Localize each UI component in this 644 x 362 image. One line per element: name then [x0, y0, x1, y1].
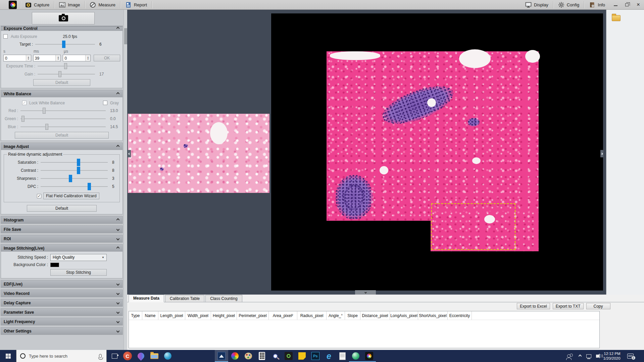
exposure-ok-button[interactable]: OK	[94, 55, 120, 61]
lock-white-balance-checkbox[interactable]: ✓	[22, 101, 27, 105]
measure-table[interactable]: Type Name Length_pixel Width_pixel Heigh…	[129, 311, 600, 348]
seconds-spinner[interactable]: 0 ▲▼	[3, 55, 31, 61]
scrollbar-thumb[interactable]	[124, 28, 127, 44]
gray-checkbox[interactable]	[103, 101, 107, 105]
edf-header[interactable]: EDF(Live)	[1, 280, 122, 288]
taskbar-item-notepad[interactable]	[336, 350, 349, 362]
task-view-button[interactable]	[110, 350, 119, 362]
spin-down-icon[interactable]: ▼	[28, 58, 30, 60]
live-preview-image[interactable]	[128, 114, 269, 193]
column-header[interactable]: Distance_pixel	[360, 311, 390, 320]
column-header[interactable]: Slope	[345, 311, 360, 320]
white-balance-default-button[interactable]: Default	[15, 132, 109, 139]
collapse-right-arrow[interactable]	[600, 150, 603, 157]
search-input[interactable]	[29, 354, 99, 359]
column-header[interactable]: Angle_°	[327, 311, 345, 320]
tray-show-hidden-button[interactable]	[576, 350, 584, 362]
collapse-left-arrow[interactable]	[128, 150, 131, 157]
export-to-txt-button[interactable]: Export to TXT	[553, 303, 584, 309]
microphone-icon[interactable]	[99, 354, 102, 358]
contrast-slider[interactable]	[41, 167, 108, 174]
taskbar-item-color-app[interactable]	[228, 350, 242, 362]
column-header[interactable]: Perimeter_pixel	[237, 311, 269, 320]
start-button[interactable]	[0, 350, 16, 362]
display-button[interactable]: Display	[521, 0, 553, 10]
close-button[interactable]: ×	[633, 0, 644, 10]
stitch-selection-rectangle[interactable]	[431, 203, 515, 250]
tab-calibration-table[interactable]: Calibration Table	[165, 295, 204, 302]
taskbar-item-photos[interactable]	[215, 350, 228, 362]
saturation-slider[interactable]	[41, 159, 108, 166]
image-button[interactable]: Image	[54, 0, 85, 10]
column-header[interactable]: Type	[129, 311, 142, 320]
flat-field-checkbox[interactable]: ✓	[37, 194, 41, 198]
taskbar-item-ccleaner[interactable]: C	[121, 350, 134, 362]
taskbar-item-capture-app[interactable]	[362, 350, 376, 362]
auto-exposure-checkbox[interactable]	[3, 34, 8, 39]
green-slider[interactable]	[20, 115, 106, 122]
taskbar-item-photoshop[interactable]: Ps	[309, 350, 322, 362]
roi-header[interactable]: ROI	[1, 235, 122, 242]
capture-button[interactable]: Capture	[20, 0, 54, 10]
folder-icon[interactable]	[612, 15, 621, 21]
milliseconds-spinner[interactable]: 39 ▲▼	[33, 55, 61, 61]
sidebar-scrollbar[interactable]	[123, 10, 127, 350]
taskbar-item-webex[interactable]	[161, 350, 175, 362]
tab-class-counting[interactable]: Class Counting	[205, 295, 242, 302]
file-save-header[interactable]: File Save	[1, 226, 122, 233]
taskbar-item-webex-meeting[interactable]	[349, 350, 362, 362]
minimize-button[interactable]	[610, 0, 621, 10]
snapshot-button[interactable]	[32, 12, 95, 24]
dpc-slider[interactable]	[41, 183, 108, 190]
tab-measure-data[interactable]: Measure Data	[129, 295, 164, 302]
taskbar-item-internet-explorer[interactable]: e	[322, 350, 336, 362]
exposure-control-header[interactable]: Exposure Control	[1, 26, 122, 31]
column-header[interactable]: Width_pixel	[185, 311, 211, 320]
image-stitching-header[interactable]: Image Stitching(Live)	[1, 245, 122, 252]
column-header[interactable]: LongAxis_pixel	[390, 311, 418, 320]
column-header[interactable]: Radius_pixel	[297, 311, 327, 320]
tray-clock[interactable]: 12:12 PM 1/20/2020	[601, 350, 622, 362]
taskbar-item-calculator[interactable]	[255, 350, 268, 362]
red-slider[interactable]	[20, 107, 106, 114]
blue-slider[interactable]	[20, 123, 106, 131]
report-button[interactable]: Report	[120, 0, 152, 10]
flat-field-wizard-button[interactable]: Flat Field Calibration Wizard	[43, 193, 99, 199]
taskbar-item-maps[interactable]	[134, 350, 148, 362]
delay-capture-header[interactable]: Delay Capture	[1, 299, 122, 306]
taskbar-item-paint[interactable]	[242, 350, 255, 362]
taskbar-item-camera-tool[interactable]	[282, 350, 295, 362]
sharpness-slider[interactable]	[41, 175, 108, 182]
action-center-button[interactable]: 1	[623, 350, 638, 362]
maximize-button[interactable]	[621, 0, 633, 10]
white-balance-header[interactable]: White Balance	[1, 90, 122, 97]
stop-stitching-button[interactable]: Stop Stitching	[50, 269, 107, 276]
taskbar-search[interactable]	[16, 350, 107, 362]
exposure-default-button[interactable]: Default	[33, 79, 90, 86]
info-button[interactable]: Info	[584, 0, 610, 10]
column-header[interactable]: Area_pixel²	[269, 311, 297, 320]
histogram-header[interactable]: Histogram	[1, 216, 122, 223]
background-color-swatch[interactable]	[50, 263, 59, 267]
stitching-speed-dropdown[interactable]: High Quality ▼	[50, 254, 107, 261]
column-header[interactable]: Height_pixel	[211, 311, 237, 320]
config-button[interactable]: Config	[553, 0, 584, 10]
copy-button[interactable]: Copy	[586, 303, 610, 309]
column-header[interactable]: Length_pixel	[158, 311, 185, 320]
taskbar-item-file-explorer[interactable]	[148, 350, 161, 362]
parameter-save-header[interactable]: Parameter Save	[1, 309, 122, 316]
tray-volume-button[interactable]	[593, 350, 601, 362]
image-adjust-default-button[interactable]: Default	[27, 205, 97, 212]
column-header[interactable]: ShortAxis_pixel	[418, 311, 448, 320]
microseconds-spinner[interactable]: 0 ▲▼	[63, 55, 91, 61]
gain-slider[interactable]	[38, 70, 95, 78]
light-frequency-header[interactable]: Light Frequency	[1, 318, 122, 325]
exposure-time-slider[interactable]	[38, 62, 95, 70]
tray-people-button[interactable]	[563, 350, 575, 362]
stitching-canvas[interactable]	[271, 13, 603, 291]
stitched-image[interactable]	[327, 51, 539, 251]
spin-down-icon[interactable]: ▼	[57, 58, 59, 60]
image-adjust-header[interactable]: Image Adjust	[1, 143, 122, 150]
other-settings-header[interactable]: Other Settings	[1, 327, 122, 334]
column-header[interactable]: Eccentricity	[448, 311, 472, 320]
